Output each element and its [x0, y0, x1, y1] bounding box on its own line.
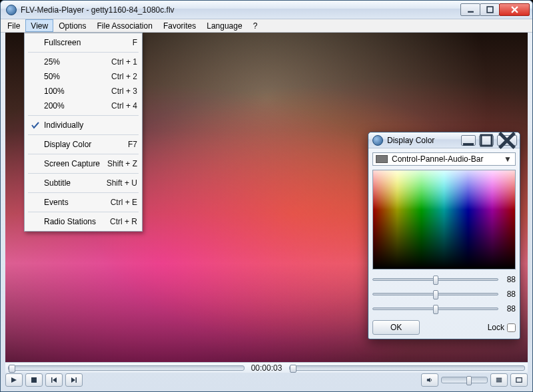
volume-thumb[interactable]	[466, 376, 472, 385]
menu-item-fullscreen[interactable]: FullscreenF	[27, 35, 140, 50]
prev-button[interactable]	[45, 373, 63, 387]
minimize-button[interactable]	[460, 3, 480, 16]
seek-thumb-right[interactable]	[290, 365, 296, 373]
dialog-maximize-button[interactable]	[479, 135, 494, 146]
menu-item-label: Screen Capture	[44, 159, 107, 168]
next-button[interactable]	[65, 373, 83, 387]
target-value: Control-Pannel-Audio-Bar	[392, 154, 499, 164]
svg-rect-12	[496, 379, 502, 381]
svg-marker-6	[53, 377, 57, 383]
slider-1[interactable]	[372, 278, 498, 281]
view-menu-dropdown[interactable]: FullscreenF25%Ctrl + 150%Ctrl + 2100%Ctr…	[24, 33, 143, 232]
maximize-button[interactable]	[480, 3, 500, 16]
volume-slider[interactable]	[441, 377, 488, 383]
menu-item-label: Fullscreen	[44, 38, 133, 47]
svg-marker-8	[71, 377, 75, 383]
menu-item-shortcut: Ctrl + 4	[111, 101, 137, 110]
menu-item-subtitle[interactable]: SubtitleShift + U	[27, 176, 140, 190]
menubar[interactable]: FileViewOptionsFile AssociationFavorites…	[1, 19, 532, 33]
menu-item-individually[interactable]: Individually	[27, 118, 140, 132]
svg-rect-16	[481, 135, 492, 146]
menu-favorites[interactable]: Favorites	[158, 19, 201, 32]
menu-item-radio-stations[interactable]: Radio StationsCtrl + R	[27, 214, 140, 229]
window-title: FLV-Media-Player - getty1160-84_1080c.fl…	[21, 5, 457, 15]
chevron-down-icon: ▼	[503, 154, 512, 164]
dialog-body: Control-Pannel-Audio-Bar ▼ 88 88 88 OK L…	[368, 148, 520, 339]
menu-separator	[28, 212, 139, 212]
svg-rect-1	[487, 7, 493, 13]
current-time: 00:00:03	[249, 363, 285, 373]
target-combobox[interactable]: Control-Pannel-Audio-Bar ▼	[372, 152, 516, 166]
playlist-button[interactable]	[490, 373, 508, 387]
titlebar[interactable]: FLV-Media-Player - getty1160-84_1080c.fl…	[1, 1, 532, 19]
svg-marker-4	[11, 377, 17, 383]
stop-button[interactable]	[25, 373, 43, 387]
menu-separator	[28, 154, 139, 154]
menu-item-label: Display Color	[44, 140, 128, 149]
menu-item-label: 25%	[44, 57, 111, 67]
slider-1-thumb[interactable]	[433, 276, 438, 285]
menu-item-shortcut: Ctrl + E	[111, 198, 137, 207]
menu-item-label: 50%	[44, 72, 111, 81]
menu-item-shortcut: F	[133, 38, 137, 47]
ok-button[interactable]: OK	[372, 320, 420, 335]
menu-item-label: 200%	[44, 101, 111, 110]
slider-row-1: 88	[372, 275, 516, 284]
mute-button[interactable]	[421, 373, 438, 387]
controls-bar	[5, 373, 528, 387]
svg-rect-7	[51, 377, 53, 383]
slider-2-value: 88	[502, 290, 516, 299]
svg-rect-14	[516, 378, 522, 383]
dialog-minimize-button[interactable]	[461, 135, 476, 146]
dialog-titlebar[interactable]: Display Color	[368, 132, 520, 148]
lock-control[interactable]: Lock	[488, 323, 516, 332]
dialog-close-button[interactable]	[497, 135, 517, 146]
slider-2[interactable]	[372, 293, 498, 295]
lock-checkbox[interactable]	[507, 323, 516, 332]
menu-file[interactable]: File	[2, 19, 25, 32]
menu-item-label: Events	[44, 198, 111, 207]
menu-separator	[28, 173, 139, 174]
menu-item-200-[interactable]: 200%Ctrl + 4	[27, 98, 140, 113]
menu-item-events[interactable]: EventsCtrl + E	[27, 195, 140, 210]
seek-slider[interactable]	[8, 365, 245, 371]
menu-item-50-[interactable]: 50%Ctrl + 2	[27, 69, 140, 84]
display-color-dialog[interactable]: Display Color Control-Pannel-Audio-Bar ▼…	[368, 132, 520, 339]
seek-thumb[interactable]	[9, 365, 15, 373]
svg-marker-10	[427, 378, 430, 383]
slider-2-thumb[interactable]	[433, 290, 438, 299]
timebar: 00:00:03	[5, 362, 528, 373]
menu-file-association[interactable]: File Association	[92, 19, 158, 32]
menu-item-100-[interactable]: 100%Ctrl + 3	[27, 84, 140, 98]
menu-item-shortcut: Shift + Z	[107, 159, 137, 168]
menu-item-label: Individually	[44, 120, 137, 130]
menu-language[interactable]: Language	[201, 19, 247, 32]
slider-3[interactable]	[372, 307, 498, 310]
check-icon	[31, 120, 40, 130]
color-picker[interactable]	[372, 170, 516, 270]
menu-options[interactable]: Options	[53, 19, 91, 32]
menu-item-label: Subtitle	[44, 178, 107, 188]
menu-separator	[28, 115, 139, 116]
main-window: FLV-Media-Player - getty1160-84_1080c.fl…	[0, 0, 533, 392]
svg-rect-13	[496, 381, 502, 383]
svg-rect-11	[496, 378, 502, 379]
slider-row-2: 88	[372, 290, 516, 299]
menu-separator	[28, 192, 139, 193]
menu--[interactable]: ?	[248, 19, 263, 32]
dialog-footer: OK Lock	[372, 320, 516, 335]
svg-rect-5	[31, 377, 37, 383]
lock-label: Lock	[488, 323, 504, 332]
menu-separator	[28, 134, 139, 135]
play-button[interactable]	[5, 373, 23, 387]
menu-item-25-[interactable]: 25%Ctrl + 1	[27, 55, 140, 69]
seek-slider-right[interactable]	[289, 365, 526, 371]
menu-item-screen-capture[interactable]: Screen CaptureShift + Z	[27, 156, 140, 171]
menu-view[interactable]: View	[25, 19, 53, 32]
svg-rect-9	[76, 377, 77, 383]
fullscreen-button[interactable]	[510, 373, 528, 387]
slider-3-thumb[interactable]	[433, 305, 438, 314]
close-button[interactable]	[499, 3, 530, 16]
menu-item-display-color[interactable]: Display ColorF7	[27, 137, 140, 152]
menu-item-shortcut: Shift + U	[107, 178, 137, 188]
